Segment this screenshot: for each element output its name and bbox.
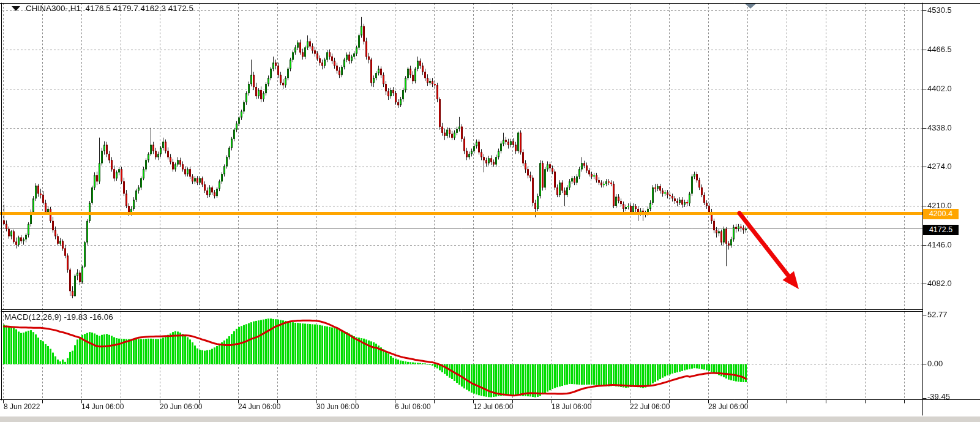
window-bottom-strip <box>0 416 980 422</box>
time-axis-label: 6 Jul 06:00 <box>395 402 431 411</box>
price-axis-label: 4146.0 <box>927 240 952 249</box>
price-axis-label: 4274.0 <box>927 162 952 171</box>
macd-axis-label: 52.77 <box>927 310 948 319</box>
time-axis-label: 30 Jun 06:00 <box>316 402 359 411</box>
time-axis-label: 18 Jul 06:00 <box>552 402 591 411</box>
hline-price-badge: 4200.4 <box>923 209 959 219</box>
time-axis-label: 14 Jun 06:00 <box>81 402 124 411</box>
time-axis-label: 8 Jun 2022 <box>4 402 40 411</box>
price-axis-label: 4530.5 <box>927 6 952 15</box>
chart-title-bar: CHINA300-,H1 4176.5 4179.7 4162.3 4172.5 <box>12 4 193 13</box>
time-axis-label: 22 Jul 06:00 <box>630 402 670 411</box>
trading-chart-window: CHINA300-,H1 4176.5 4179.7 4162.3 4172.5… <box>0 0 980 422</box>
chart-canvas[interactable] <box>0 0 980 422</box>
price-axis-label: 4402.0 <box>927 84 952 93</box>
current-price-badge: 4172.5 <box>923 225 959 235</box>
price-axis-label: 4338.0 <box>927 123 952 132</box>
time-axis-label: 20 Jun 06:00 <box>160 402 202 411</box>
macd-indicator-label: MACD(12,26,9) -19.83 -16.06 <box>4 312 113 322</box>
price-axis-label: 4466.5 <box>927 45 952 54</box>
macd-axis-label: -39.45 <box>927 392 950 401</box>
time-axis-label: 24 Jun 06:00 <box>238 402 280 411</box>
macd-axis-label: 0.00 <box>927 359 943 368</box>
chart-dropdown-icon <box>12 6 20 11</box>
time-axis-label: 12 Jul 06:00 <box>473 402 513 411</box>
price-axis-label: 4082.0 <box>927 279 952 288</box>
time-axis-label: 28 Jul 06:00 <box>708 402 748 411</box>
chart-title: CHINA300-,H1 4176.5 4179.7 4162.3 4172.5 <box>26 4 193 13</box>
